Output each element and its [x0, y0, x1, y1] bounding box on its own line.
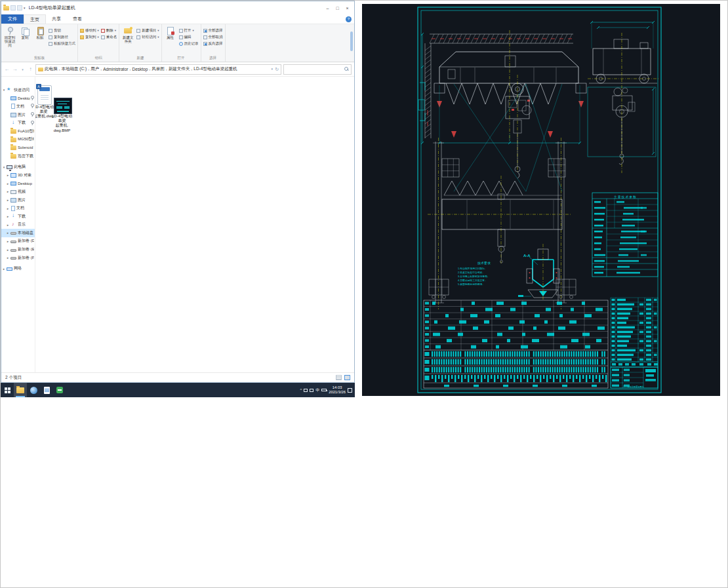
hidden-icons-chevron-icon[interactable]: ^ [300, 388, 302, 392]
paste-button[interactable]: 粘贴 [33, 26, 47, 39]
breadcrumb-segment[interactable]: Desktop [132, 67, 148, 71]
nav-item-folder-solenoid[interactable]: Solenoid Valve阀 [1, 144, 35, 152]
details-view-button[interactable] [336, 375, 342, 380]
taskbar-clock[interactable]: 14:03 2021/3/26 [329, 385, 346, 395]
quick-toolbar-button-1[interactable] [10, 5, 16, 10]
large-icons-view-button[interactable] [344, 375, 350, 380]
nav-item-documents[interactable]: ▸文档 [1, 204, 35, 212]
history-button[interactable]: 历史记录 [179, 41, 199, 46]
chevron-down-icon[interactable]: ▾ [2, 165, 6, 169]
chevron-right-icon[interactable]: ▸ [6, 256, 10, 260]
nav-item-folder-fua10[interactable]: FuA10型桥式堆垛机 [1, 127, 35, 136]
breadcrumb-segment[interactable]: 此电脑 [45, 66, 58, 72]
nav-item-documents-pin[interactable]: 文档 [1, 102, 35, 111]
move-to-button[interactable]: 移动到▾ [80, 28, 99, 33]
maximize-button[interactable]: □ [333, 4, 342, 12]
chevron-right-icon[interactable]: ▸ [6, 231, 10, 235]
invert-selection-button[interactable]: 反向选择 [203, 41, 223, 46]
nav-item-new-volume-f[interactable]: ▸新加卷 (F:) [1, 254, 35, 262]
quick-toolbar-button-2[interactable] [17, 5, 22, 10]
chevron-right-icon[interactable]: ▸ [2, 267, 6, 271]
nav-item-pictures[interactable]: ▸图片 [1, 196, 35, 205]
chevron-right-icon[interactable]: ▸ [6, 248, 10, 252]
copy-path-button[interactable]: 复制路径 [49, 35, 75, 39]
taskbar-spreadsheet-app-button[interactable] [53, 383, 66, 397]
chevron-right-icon[interactable]: ▸ [6, 198, 10, 202]
nav-item-3d-objects[interactable]: ▸3D 对象 [1, 171, 35, 180]
minimize-button[interactable]: – [323, 4, 333, 12]
copy-to-button[interactable]: 复制到▾ [80, 35, 99, 39]
chevron-right-icon[interactable]: ▸ [6, 223, 10, 227]
select-all-button[interactable]: 全部选择 [203, 28, 223, 33]
tab-file[interactable]: 文件 [1, 14, 24, 24]
nav-item-folder-thunder[interactable]: 迅雷下载 [1, 152, 35, 161]
search-box[interactable] [283, 64, 352, 75]
tab-home[interactable]: 主页 [24, 14, 46, 24]
breadcrumb-segment[interactable]: 新建文件夹 [169, 66, 190, 72]
pin-to-quick-access-button[interactable]: 固定到快速访问 [3, 26, 16, 47]
properties-button[interactable]: 属性 [164, 26, 177, 39]
breadcrumb-segment[interactable]: Administrator [103, 67, 128, 71]
nav-item-quick-access[interactable]: ▾快速访问 [1, 86, 35, 94]
start-button[interactable] [1, 383, 14, 397]
taskbar-explorer-button[interactable] [14, 383, 27, 397]
select-none-button[interactable]: 全部取消 [203, 35, 223, 39]
nav-item-desktop-pin[interactable]: Desktop [1, 94, 35, 103]
chevron-right-icon[interactable]: ▸ [6, 239, 10, 243]
edit-button[interactable]: 编辑 [179, 35, 199, 39]
forward-button[interactable]: → [12, 66, 18, 72]
file-area[interactable]: A LD-4型电动单梁 起重机.dwg LD-4型电 [35, 77, 354, 372]
nav-item-new-volume-d[interactable]: ▸新加卷 (D:) [1, 237, 35, 246]
nav-item-new-volume-e[interactable]: ▸新加卷 (E:) [1, 245, 35, 254]
nav-item-pictures-pin[interactable]: 图片 [1, 111, 35, 119]
cut-button[interactable]: 剪切 [49, 28, 75, 33]
display-tray-icon[interactable] [304, 389, 308, 392]
breadcrumb-segment[interactable]: 用户 [91, 66, 99, 72]
breadcrumb-segment[interactable]: 风暴图 [152, 66, 165, 72]
back-button[interactable]: ← [4, 66, 10, 72]
nav-item-videos[interactable]: ▸视频 [1, 187, 35, 196]
chevron-right-icon[interactable]: ▸ [6, 182, 10, 186]
nav-item-desktop[interactable]: ▸Desktop [1, 180, 35, 188]
sound-tray-icon[interactable] [310, 389, 313, 392]
chevron-right-icon[interactable]: ▸ [6, 189, 10, 193]
chevron-right-icon[interactable]: ▸ [6, 214, 10, 218]
tab-view[interactable]: 查看 [67, 14, 88, 24]
taskbar-browser-button[interactable] [27, 383, 40, 397]
breadcrumb-segment[interactable]: LD-4型电动单梁起重机 [193, 66, 237, 72]
chevron-down-icon[interactable]: ▾ [2, 88, 6, 92]
open-button[interactable]: 打开▾ [179, 28, 199, 33]
search-input[interactable] [286, 67, 344, 71]
refresh-icon[interactable]: ↻ [275, 67, 279, 72]
close-button[interactable]: × [342, 4, 352, 12]
up-button[interactable]: ↑ [28, 66, 33, 72]
chevron-right-icon[interactable]: ▸ [6, 206, 10, 210]
ime-indicator[interactable]: 中 [315, 387, 319, 393]
breadcrumb-segment[interactable]: 本地磁盘 (C:) [62, 66, 87, 72]
nav-item-downloads-pin[interactable]: 下载 [1, 119, 35, 127]
quick-toolbar-caret-icon[interactable]: ▾ [24, 6, 26, 10]
recent-locations-caret-icon[interactable]: ▾ [20, 68, 26, 71]
tab-share[interactable]: 共享 [46, 14, 67, 24]
file-bmp[interactable]: LD-4型电动单梁 起重机. dwg.BMP [53, 98, 73, 133]
nav-item-local-disk-c[interactable]: ▸本地磁盘 (C:) [1, 229, 35, 237]
nav-item-network[interactable]: ▸网络 [1, 264, 35, 273]
help-icon[interactable]: ? [346, 16, 352, 22]
delete-button[interactable]: 删除▾ [101, 28, 117, 33]
new-folder-button[interactable]: 新建文件夹 [121, 26, 134, 43]
nav-item-this-pc[interactable]: ▾此电脑 [1, 163, 35, 171]
nav-item-downloads[interactable]: ▸下载 [1, 212, 35, 221]
action-center-icon[interactable] [348, 388, 352, 393]
taskbar-document-app-button[interactable] [40, 383, 53, 397]
rename-button[interactable]: 重命名 [101, 35, 117, 39]
breadcrumb[interactable]: 此电脑›本地磁盘 (C:)›用户›Administrator›Desktop›风… [35, 64, 281, 75]
easy-access-button[interactable]: 轻松访问▾ [136, 35, 159, 39]
paste-shortcut-button[interactable]: 粘贴快捷方式 [49, 41, 75, 46]
nav-item-folder-mg50[interactable]: MG50型结构式装配 [1, 136, 35, 144]
battery-icon[interactable] [321, 389, 327, 391]
address-caret-icon[interactable]: ▾ [272, 67, 273, 72]
copy-button[interactable]: 复制 [18, 26, 31, 39]
ribbon-scrollbar[interactable] [350, 31, 353, 51]
new-item-button[interactable]: 新建项目▾ [136, 28, 159, 33]
chevron-right-icon[interactable]: ▸ [6, 173, 10, 177]
